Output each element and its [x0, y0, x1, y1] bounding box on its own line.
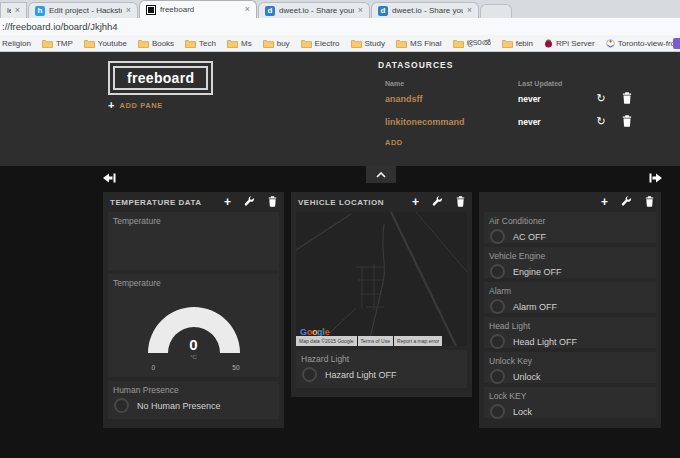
folder-icon	[227, 35, 238, 52]
widget-label: Human Presence	[108, 381, 279, 396]
bookmark-ms-final[interactable]: MS Final	[396, 35, 442, 52]
indicator-light[interactable]	[490, 369, 505, 384]
indicator-widget-alarm: Alarm Alarm OFF	[484, 282, 656, 313]
map-data-credit: Map data ©2015 Google	[296, 336, 357, 346]
tab-close-icon[interactable]: ×	[15, 6, 20, 15]
widget-label: Head Light	[484, 317, 656, 332]
tab-close-icon[interactable]: ×	[126, 6, 131, 15]
indicator-light[interactable]	[490, 334, 505, 349]
indicator-light[interactable]	[490, 404, 505, 419]
add-widget-icon[interactable]: +	[412, 196, 419, 208]
indicator-light[interactable]	[114, 398, 129, 413]
bookmark-electro[interactable]: Electro	[301, 35, 340, 52]
indicator-widget-unlock-key: Unlock Key Unlock	[484, 352, 656, 383]
indicator-light[interactable]	[490, 229, 505, 244]
datasources-column-headers: Name Last Updated	[378, 80, 650, 87]
indicator-text: AC OFF	[513, 232, 546, 242]
bookmark-youtube[interactable]: Youtube	[84, 35, 127, 52]
tab-freeboard[interactable]: freeboard ×	[139, 0, 257, 18]
tab-cropped[interactable]: le L ×	[0, 2, 27, 18]
datasource-name-link[interactable]: linkitonecommand	[378, 117, 518, 127]
google-map-widget[interactable]: Google Map data ©2015 Google Terms of Us…	[296, 212, 467, 346]
datasource-name-link[interactable]: anandsff	[378, 94, 518, 104]
map-roads	[296, 212, 467, 346]
folder-icon	[42, 35, 53, 52]
bookmark-toronto[interactable]: Toronto-view-from-...	[606, 35, 680, 52]
bookmarks-bar: Religion TMP Youtube Books Tech Ms buy E…	[0, 35, 680, 52]
report-map-error-link[interactable]: Report a map error	[394, 336, 442, 346]
folder-icon	[84, 35, 95, 52]
indicator-light[interactable]	[490, 299, 505, 314]
datasources-title: DATASOURCES	[378, 60, 650, 70]
indicator-widget-air-conditioner: Air Conditioner AC OFF	[484, 212, 656, 243]
bookmark-tmp[interactable]: TMP	[42, 35, 73, 52]
bookmark-buy[interactable]: buy	[263, 35, 290, 52]
add-widget-icon[interactable]: +	[224, 196, 231, 208]
trash-icon[interactable]	[456, 193, 465, 211]
widget-label: Lock KEY	[484, 387, 656, 402]
indicator-light[interactable]	[302, 367, 317, 382]
bookmark-rpi-server[interactable]: RPi Server	[544, 35, 595, 52]
pane-vehicle-location: VEHICLE LOCATION + Google	[291, 192, 472, 397]
tab-close-icon[interactable]: ×	[358, 6, 363, 15]
folder-icon	[396, 35, 407, 52]
bookmark-febin[interactable]: febin	[502, 35, 533, 52]
bookmark-religion[interactable]: Religion	[2, 39, 31, 48]
datasource-row: linkitonecommand never ↻	[378, 110, 650, 133]
map-attribution: Map data ©2015 Google Terms of Use Repor…	[296, 336, 467, 346]
url-text[interactable]: ://freeboard.io/board/Jkjhh4	[0, 21, 118, 32]
add-datasource-button[interactable]: ADD	[378, 138, 650, 147]
trash-icon[interactable]	[614, 90, 640, 108]
refresh-icon[interactable]: ↻	[588, 93, 614, 104]
trash-icon[interactable]	[645, 193, 654, 211]
new-tab-button[interactable]	[480, 4, 512, 18]
gauge-widget: Temperature 0 °C 0 50	[108, 274, 279, 377]
pane-header: VEHICLE LOCATION +	[291, 192, 472, 212]
bookmark-tech[interactable]: Tech	[185, 35, 216, 52]
add-widget-icon[interactable]: +	[601, 196, 608, 208]
trash-icon[interactable]	[268, 193, 277, 211]
wrench-icon[interactable]	[432, 193, 443, 211]
bookmark-study[interactable]: Study	[351, 35, 385, 52]
datasource-row: anandsff never ↻	[378, 87, 650, 110]
trash-icon[interactable]	[614, 113, 640, 131]
widget-label: Alarm	[484, 282, 656, 297]
add-pane-label: ADD PANE	[119, 101, 162, 110]
pane-header: TEMPERATURE DATA +	[103, 192, 284, 212]
widget-label: Air Conditioner	[484, 212, 656, 227]
indicator-text: Lock	[513, 407, 532, 417]
collapse-left-icon[interactable]	[103, 170, 117, 188]
freeboard-logo: freeboard	[108, 61, 213, 95]
indicator-light[interactable]	[490, 264, 505, 279]
bookmark-overflow-icon[interactable]	[673, 38, 680, 49]
collapse-right-icon[interactable]	[648, 170, 662, 188]
address-bar[interactable]: ://freeboard.io/board/Jkjhh4	[0, 18, 680, 35]
tab-dweet-1[interactable]: d dweet.io - Share your thin ×	[258, 2, 370, 18]
freeboard-logo-text: freeboard	[113, 66, 208, 90]
globe-icon	[606, 35, 615, 52]
widget-label: Temperature	[108, 274, 279, 289]
refresh-icon[interactable]: ↻	[588, 116, 614, 127]
raspberry-icon	[544, 35, 553, 52]
tab-close-icon[interactable]: ×	[245, 5, 250, 14]
tab-close-icon[interactable]: ×	[467, 6, 472, 15]
temperature-gauge: 0 °C 0 50	[132, 293, 256, 373]
add-pane-button[interactable]: + ADD PANE	[108, 100, 163, 111]
dweet-favicon-icon: d	[378, 6, 388, 16]
wrench-icon[interactable]	[621, 193, 632, 211]
widget-label: Vehicle Engine	[484, 247, 656, 262]
pane-title: TEMPERATURE DATA	[110, 198, 224, 207]
bookmark-malayalam[interactable]: ഭ്രട0ൽ	[453, 35, 491, 52]
tab-hackster[interactable]: h Edit project - Hackster.io ×	[28, 2, 138, 18]
tab-dweet-2[interactable]: d dweet.io - Share your thin ×	[371, 2, 479, 18]
tab-title: dweet.io - Share your thin	[279, 6, 354, 15]
datasource-last-updated: never	[518, 94, 588, 104]
folder-icon	[185, 35, 196, 52]
datasource-last-updated: never	[518, 117, 588, 127]
wrench-icon[interactable]	[244, 193, 255, 211]
bookmark-books[interactable]: Books	[138, 35, 174, 52]
collapse-header-button[interactable]	[366, 166, 396, 183]
bookmark-ms[interactable]: Ms	[227, 35, 252, 52]
indicator-widget-vehicle-engine: Vehicle Engine Engine OFF	[484, 247, 656, 278]
terms-of-use-link[interactable]: Terms of Use	[358, 336, 393, 346]
